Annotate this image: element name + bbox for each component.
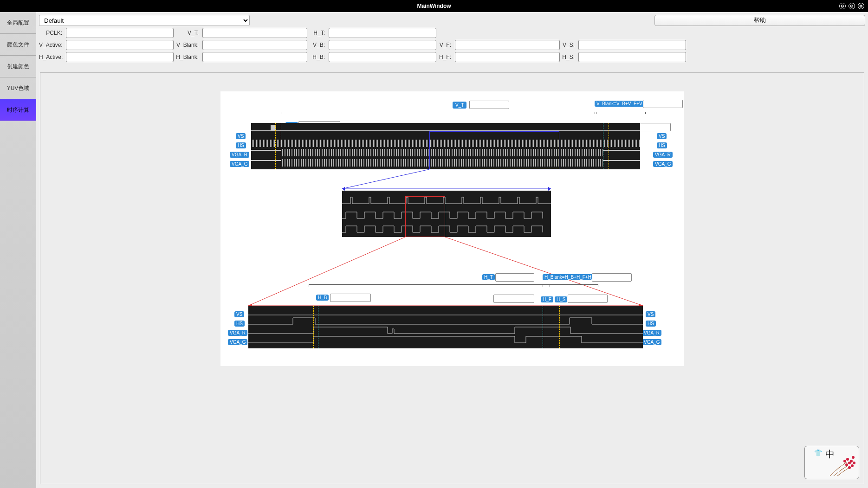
label-hblank: H_Blank:: [175, 54, 201, 60]
input-hf[interactable]: [455, 52, 560, 62]
titlebar: MainWindow ⊖ ⊙ ⊗: [0, 0, 868, 12]
label-vf: V_F:: [438, 42, 453, 48]
tab-global-config[interactable]: 全局配置: [0, 12, 36, 34]
tag-vt: V_T: [453, 102, 466, 109]
input-vt[interactable]: [202, 28, 307, 38]
svg-point-4: [843, 460, 846, 462]
sig-bot-right-vgag: VGA_G: [642, 339, 661, 345]
tag-vblank-eq: V_Blank=V_B+V_F+V_S: [595, 101, 650, 107]
zoom-triangle-blue: [342, 169, 551, 191]
hbox-hf-in[interactable]: [493, 295, 534, 303]
svg-marker-0: [342, 187, 345, 191]
svg-point-12: [853, 462, 855, 464]
maximize-icon[interactable]: ⊙: [849, 3, 855, 9]
hbox-hb[interactable]: [330, 294, 371, 302]
tag-hs: H_S: [555, 296, 567, 302]
svg-point-7: [845, 463, 848, 466]
input-hactive[interactable]: [66, 52, 174, 62]
help-button[interactable]: 帮助: [654, 15, 865, 26]
sig-bot-right-vs: VS: [646, 311, 655, 317]
tab-color-file[interactable]: 颜色文件: [0, 34, 36, 56]
sig-bot-left-vgar: VGA_R: [228, 330, 247, 336]
input-hblank[interactable]: [202, 52, 307, 62]
input-ht[interactable]: [329, 28, 436, 38]
tag-hblank-eq: H_Blank=H_B+H_F+H_S: [543, 274, 599, 280]
brace-vt: [281, 112, 596, 114]
label-hb: H_B:: [309, 54, 327, 60]
brace-hblank: [543, 284, 598, 286]
label-hactive: H_Active:: [39, 54, 64, 60]
sig-top-left-vs: VS: [236, 133, 246, 139]
svg-point-8: [850, 460, 853, 462]
input-vf[interactable]: [455, 40, 560, 50]
tab-timing-calc[interactable]: 时序计算: [0, 99, 36, 121]
vbox-vblank[interactable]: [643, 100, 683, 108]
sig-bot-right-vgar: VGA_R: [642, 330, 661, 336]
label-pclk: PCLK:: [39, 30, 64, 36]
label-hs: H_S:: [562, 54, 577, 60]
parameter-form: Default 帮助 PCLK: V_T: H_T: V_Active: V_B…: [36, 12, 868, 72]
input-vactive[interactable]: [66, 40, 174, 50]
sig-top-right-vgag: VGA_G: [653, 161, 673, 167]
label-vb: V_B:: [309, 42, 327, 48]
sidebar: 全局配置 颜色文件 创建颜色 YUV色域 时序计算: [0, 12, 36, 488]
close-icon[interactable]: ⊗: [858, 3, 864, 9]
blossom-icon: [829, 454, 857, 477]
hbox-ht[interactable]: [495, 273, 534, 282]
tab-yuv-gamut[interactable]: YUV色域: [0, 77, 36, 99]
sig-top-right-vs: VS: [657, 133, 667, 139]
svg-point-11: [852, 456, 855, 459]
label-vt: V_T:: [175, 30, 201, 36]
sig-top-left-vgar: VGA_R: [230, 152, 249, 158]
window-title: MainWindow: [417, 3, 451, 9]
tag-hb: H_B: [316, 295, 329, 301]
brace-ht: [309, 284, 550, 286]
brace-vblank: [595, 112, 646, 114]
label-ht: H_T:: [309, 30, 327, 36]
sig-top-right-vgar: VGA_R: [653, 152, 673, 158]
hbox-hblank[interactable]: [592, 273, 632, 282]
input-vblank[interactable]: [202, 40, 307, 50]
tag-ht: H_T: [482, 274, 495, 280]
diagram-viewport: V_T V_Blank=V_B+V_F+V_S V_B V_F V_S V: [40, 72, 864, 484]
sig-bot-left-vgag: VGA_G: [228, 339, 247, 345]
input-pclk[interactable]: [66, 28, 174, 38]
svg-marker-1: [548, 187, 551, 191]
sig-top-left-hs: HS: [236, 142, 246, 148]
label-vactive: V_Active:: [39, 42, 64, 48]
sig-top-right-hs: HS: [657, 142, 667, 148]
label-vblank: V_Blank:: [175, 42, 201, 48]
label-hf: H_F:: [438, 54, 453, 60]
svg-point-5: [846, 458, 849, 461]
label-vs: V_S:: [562, 42, 577, 48]
watermark-badge: 👕 中: [804, 446, 859, 479]
preset-select[interactable]: Default: [39, 15, 250, 26]
vbox-vt[interactable]: [469, 101, 509, 109]
input-hs[interactable]: [578, 52, 686, 62]
minimize-icon[interactable]: ⊖: [839, 3, 846, 9]
svg-point-9: [851, 464, 854, 467]
input-vb[interactable]: [329, 40, 436, 50]
tag-hf: H_F: [541, 296, 553, 302]
mid-zoom-region: [405, 196, 445, 237]
hbox-hs[interactable]: [568, 295, 608, 303]
timing-diagram: V_T V_Blank=V_B+V_F+V_S V_B V_F V_S V: [220, 91, 684, 366]
sig-bot-left-hs: HS: [234, 321, 245, 327]
sig-bot-right-hs: HS: [646, 321, 656, 327]
svg-point-10: [848, 466, 851, 469]
input-hb[interactable]: [329, 52, 436, 62]
input-vs[interactable]: [578, 40, 686, 50]
tab-create-color[interactable]: 创建颜色: [0, 56, 36, 77]
top-zoom-region: [429, 131, 559, 169]
sig-top-left-vgag: VGA_G: [230, 161, 249, 167]
sig-bot-left-vs: VS: [234, 311, 244, 317]
